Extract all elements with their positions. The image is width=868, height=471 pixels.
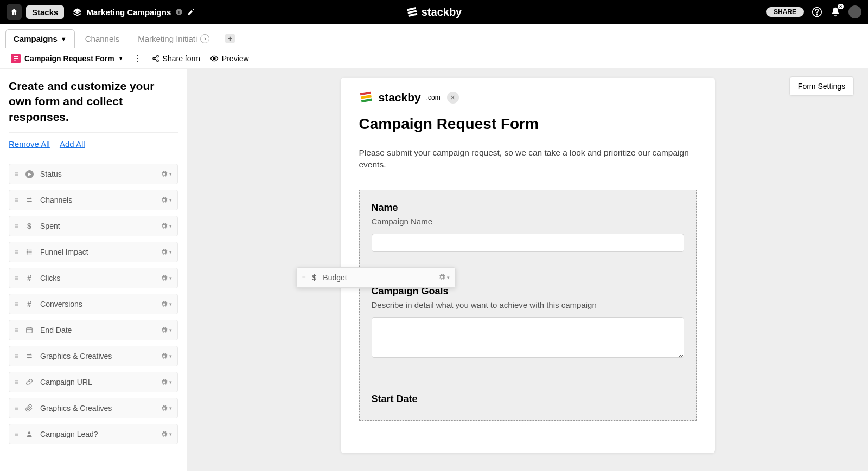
preview-label: Preview — [222, 54, 249, 63]
field-settings-button[interactable]: ▾ — [438, 274, 450, 281]
chevron-down-icon: ▾ — [169, 301, 172, 307]
field-chip[interactable]: ≡#Conversions▾ — [9, 294, 178, 314]
field-chip[interactable]: ≡▶Status▾ — [9, 164, 178, 184]
tab-label: Channels — [85, 34, 119, 43]
field-chip[interactable]: ≡#Clicks▾ — [9, 268, 178, 288]
field-chip[interactable]: ≡End Date▾ — [9, 320, 178, 340]
field-chip-label: Clicks — [40, 274, 60, 282]
add-all-link[interactable]: Add All — [60, 139, 85, 149]
gear-icon — [161, 223, 168, 230]
svg-rect-9 — [14, 60, 16, 61]
field-settings-button[interactable]: ▾ — [161, 171, 172, 178]
tab-channels[interactable]: Channels — [77, 29, 127, 48]
field-chip[interactable]: ≡Graphics & Creatives▾ — [9, 346, 178, 366]
field-chip[interactable]: ≡Campaign URL▾ — [9, 372, 178, 392]
calendar-icon — [25, 326, 34, 334]
field-label: Start Date — [372, 393, 684, 405]
field-chip[interactable]: ≡Graphics & Creatives▾ — [9, 398, 178, 418]
gear-icon — [438, 274, 445, 281]
svg-rect-17 — [28, 251, 31, 252]
form-field-campaign-goals[interactable]: Campaign Goals Describe in detail what y… — [372, 286, 684, 360]
svg-point-18 — [27, 253, 28, 254]
drop-zone[interactable]: ≡ $ Budget ▾ Name Campaign Name Campaign… — [359, 190, 697, 421]
add-tab-button[interactable]: + — [225, 34, 235, 43]
gear-icon — [161, 353, 168, 360]
chevron-down-icon: ▾ — [169, 405, 172, 411]
avatar[interactable] — [848, 5, 861, 18]
chevron-down-icon: ▾ — [169, 327, 172, 333]
field-chip[interactable]: ≡Campaign Lead?▾ — [9, 424, 178, 444]
dragging-field-chip[interactable]: ≡ $ Budget ▾ — [296, 267, 456, 288]
more-menu-button[interactable]: ⋮ — [133, 53, 142, 63]
field-settings-button[interactable]: ▾ — [161, 197, 172, 204]
svg-point-6 — [816, 14, 817, 15]
form-field-name[interactable]: Name Campaign Name — [372, 202, 684, 252]
field-label: Name — [372, 202, 684, 214]
field-settings-button[interactable]: ▾ — [161, 249, 172, 256]
chevron-down-icon: ▾ — [169, 223, 172, 229]
field-settings-button[interactable]: ▾ — [161, 275, 172, 282]
form-logo-suffix: .com — [426, 94, 441, 101]
field-settings-button[interactable]: ▾ — [161, 353, 172, 360]
name-input[interactable] — [372, 234, 684, 252]
eye-icon — [210, 54, 219, 63]
field-settings-button[interactable]: ▾ — [161, 405, 172, 412]
tabs-row: Campaigns ▼ Channels Marketing Initiati … — [0, 24, 868, 48]
field-chip-label: Status — [40, 170, 62, 178]
field-chip[interactable]: ≡Channels▾ — [9, 190, 178, 210]
home-button[interactable] — [7, 4, 22, 20]
edit-icon[interactable] — [187, 8, 195, 16]
close-icon: ✕ — [450, 94, 455, 101]
svg-rect-24 — [361, 99, 372, 103]
chevron-down-icon: ▾ — [169, 431, 172, 437]
tab-marketing-initiati[interactable]: Marketing Initiati › — [130, 29, 218, 48]
overflow-arrow-icon[interactable]: › — [200, 34, 209, 43]
remove-logo-button[interactable]: ✕ — [447, 92, 459, 104]
view-name-dropdown[interactable]: Campaign Request Form ▼ — [11, 54, 124, 63]
form-title[interactable]: Campaign Request Form — [359, 115, 697, 133]
sidebar: Create and customize your own form and c… — [0, 69, 187, 471]
chevron-down-icon: ▼ — [118, 55, 124, 61]
help-icon[interactable] — [812, 7, 822, 17]
tab-campaigns[interactable]: Campaigns ▼ — [5, 29, 75, 48]
drag-handle-icon: ≡ — [15, 378, 18, 386]
field-chip[interactable]: ≡$Spent▾ — [9, 216, 178, 236]
swap-icon — [25, 196, 34, 204]
drag-handle-icon: ≡ — [15, 170, 18, 178]
svg-point-11 — [152, 57, 155, 60]
field-settings-button[interactable]: ▾ — [161, 379, 172, 386]
chevron-down-icon: ▾ — [169, 353, 172, 359]
gear-icon — [161, 379, 168, 386]
svg-point-10 — [156, 55, 158, 57]
stacks-button[interactable]: Stacks — [26, 5, 64, 19]
tab-label: Campaigns — [14, 34, 58, 43]
field-chip-label: Campaign Lead? — [40, 430, 98, 438]
campaign-goals-textarea[interactable] — [372, 317, 684, 358]
gear-icon — [161, 431, 168, 438]
field-settings-button[interactable]: ▾ — [161, 301, 172, 308]
workspace-name: Marketing Campaigns — [86, 8, 171, 17]
share-form-button[interactable]: Share form — [152, 54, 200, 63]
swap-icon — [25, 352, 34, 360]
field-settings-button[interactable]: ▾ — [161, 327, 172, 334]
svg-point-12 — [156, 60, 158, 62]
form-settings-button[interactable]: Form Settings — [789, 76, 854, 96]
notifications-button[interactable]: 3 — [830, 7, 841, 17]
remove-all-link[interactable]: Remove All — [9, 139, 50, 149]
form-description[interactable]: Please submit your campaign request, so … — [359, 147, 697, 171]
chevron-down-icon: ▾ — [169, 249, 172, 255]
share-button[interactable]: SHARE — [766, 7, 804, 17]
form-card: stackby.com ✕ Campaign Request Form Plea… — [341, 78, 715, 453]
sidebar-heading: Create and customize your own form and c… — [9, 79, 178, 125]
tab-label: Marketing Initiati — [138, 34, 197, 43]
field-chip[interactable]: ≡Funnel Impact▾ — [9, 242, 178, 262]
topbar: Stacks Marketing Campaigns i stackby SHA… — [0, 0, 868, 24]
field-settings-button[interactable]: ▾ — [161, 431, 172, 438]
preview-button[interactable]: Preview — [210, 54, 249, 63]
link-icon — [25, 378, 34, 386]
info-icon[interactable]: i — [175, 8, 183, 16]
form-field-start-date[interactable]: Start Date — [372, 393, 684, 405]
form-logo: stackby.com ✕ — [359, 91, 697, 105]
chevron-down-icon: ▾ — [169, 275, 172, 281]
field-settings-button[interactable]: ▾ — [161, 223, 172, 230]
